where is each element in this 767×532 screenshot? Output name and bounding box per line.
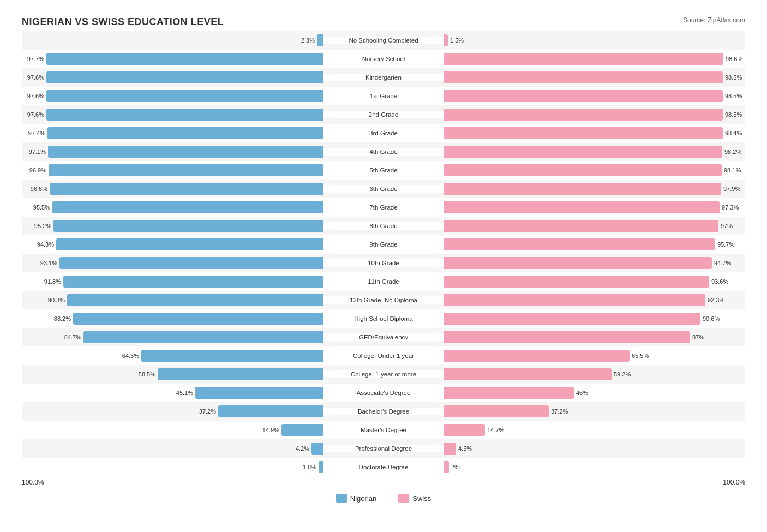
- education-label: 6th Grade: [323, 185, 444, 193]
- nigerian-value: 97.6%: [27, 93, 46, 99]
- swiss-bar: 46%: [444, 387, 574, 399]
- education-label: Kindergarten: [323, 74, 444, 81]
- nigerian-label: Nigerian: [350, 494, 376, 503]
- nigerian-value: 84.7%: [64, 334, 83, 340]
- nigerian-bar: 96.6%: [50, 183, 323, 195]
- right-bar-container: 59.2%: [444, 365, 745, 384]
- nigerian-value: 96.6%: [31, 186, 50, 192]
- nigerian-bar: 93.1%: [59, 257, 323, 269]
- swiss-value: 98.5%: [723, 111, 742, 118]
- swiss-bar: 1.5%: [444, 34, 448, 46]
- table-row: 64.3%College, Under 1 year65.5%: [22, 346, 745, 365]
- legend: Nigerian Swiss: [22, 494, 745, 503]
- table-row: 97.1%4th Grade98.2%: [22, 142, 745, 161]
- education-label: Associate's Degree: [323, 389, 444, 397]
- swiss-bar: 37.2%: [444, 405, 549, 417]
- footer-row: 100.0% 100.0%: [22, 479, 745, 486]
- swiss-value: 2%: [449, 464, 460, 470]
- table-row: 45.1%Associate's Degree46%: [22, 384, 745, 402]
- nigerian-value: 2.3%: [301, 37, 317, 44]
- nigerian-bar: 45.1%: [195, 387, 323, 399]
- table-row: 95.2%8th Grade97%: [22, 217, 745, 235]
- table-row: 88.2%High School Diploma90.6%: [22, 309, 745, 328]
- swiss-swatch: [398, 494, 409, 503]
- swiss-bar: 95.7%: [444, 238, 715, 250]
- left-bar-container: 93.1%: [22, 254, 323, 272]
- table-row: 97.6%2nd Grade98.5%: [22, 105, 745, 124]
- right-bar-container: 97.9%: [444, 180, 745, 198]
- swiss-bar: 90.6%: [444, 313, 700, 325]
- nigerian-bar: 97.6%: [46, 90, 323, 102]
- swiss-value: 46%: [574, 390, 588, 396]
- nigerian-bar: 88.2%: [73, 313, 323, 325]
- right-bar-container: 92.3%: [444, 291, 745, 309]
- left-bar-container: 97.7%: [22, 50, 323, 68]
- swiss-value: 97.9%: [721, 186, 740, 192]
- education-label: Doctorate Degree: [323, 463, 444, 471]
- right-bar-container: 94.7%: [444, 254, 745, 272]
- education-label: 2nd Grade: [323, 111, 444, 118]
- left-bar-container: 97.4%: [22, 124, 323, 142]
- table-row: 84.7%GED/Equivalency87%: [22, 328, 745, 346]
- nigerian-value: 37.2%: [199, 408, 218, 415]
- nigerian-bar: 90.3%: [67, 294, 323, 306]
- education-label: 5th Grade: [323, 166, 444, 174]
- left-bar-container: 97.6%: [22, 68, 323, 87]
- table-row: 97.6%1st Grade98.5%: [22, 87, 745, 105]
- swiss-bar: 4.5%: [444, 443, 456, 455]
- swiss-value: 65.5%: [630, 352, 649, 359]
- table-row: 96.6%6th Grade97.9%: [22, 180, 745, 198]
- swiss-value: 93.6%: [709, 278, 728, 285]
- nigerian-value: 97.4%: [28, 130, 47, 136]
- right-bar-container: 90.6%: [444, 309, 745, 328]
- education-label: 11th Grade: [323, 278, 444, 285]
- right-bar-container: 1.5%: [444, 31, 745, 50]
- main-chart: 2.3%No Schooling Completed1.5%97.7%Nurse…: [22, 31, 745, 476]
- nigerian-bar: 94.3%: [56, 238, 323, 250]
- swiss-value: 37.2%: [549, 408, 568, 415]
- nigerian-value: 4.2%: [296, 445, 311, 452]
- nigerian-value: 97.1%: [29, 148, 48, 155]
- left-bar-container: 97.1%: [22, 142, 323, 161]
- right-bar-container: 4.5%: [444, 439, 745, 458]
- education-label: High School Diploma: [323, 315, 444, 322]
- swiss-value: 87%: [690, 334, 704, 340]
- nigerian-bar: 1.8%: [319, 461, 323, 473]
- swiss-value: 4.5%: [456, 445, 472, 452]
- left-bar-container: 14.9%: [22, 421, 323, 439]
- nigerian-bar: 97.7%: [46, 53, 323, 65]
- swiss-bar: 59.2%: [444, 368, 612, 380]
- education-label: College, 1 year or more: [323, 370, 444, 378]
- left-bar-container: 84.7%: [22, 328, 323, 346]
- nigerian-bar: 14.9%: [281, 424, 323, 436]
- table-row: 14.9%Master's Degree14.7%: [22, 421, 745, 439]
- swiss-bar: 98.2%: [444, 146, 722, 158]
- table-row: 97.7%Nursery School98.6%: [22, 50, 745, 68]
- right-bar-container: 97.3%: [444, 198, 745, 217]
- right-bar-container: 2%: [444, 458, 745, 476]
- left-bar-container: 1.8%: [22, 458, 323, 476]
- right-bar-container: 98.2%: [444, 142, 745, 161]
- left-bar-container: 94.3%: [22, 235, 323, 254]
- footer-left: 100.0%: [22, 479, 44, 486]
- swiss-value: 97.3%: [720, 204, 739, 211]
- swiss-bar: 94.7%: [444, 257, 712, 269]
- table-row: 95.5%7th Grade97.3%: [22, 198, 745, 217]
- right-bar-container: 14.7%: [444, 421, 745, 439]
- left-bar-container: 88.2%: [22, 309, 323, 328]
- table-row: 93.1%10th Grade94.7%: [22, 254, 745, 272]
- left-bar-container: 90.3%: [22, 291, 323, 309]
- swiss-value: 94.7%: [712, 260, 731, 266]
- nigerian-value: 45.1%: [176, 390, 195, 396]
- swiss-value: 59.2%: [612, 371, 631, 378]
- table-row: 96.9%5th Grade98.1%: [22, 161, 745, 180]
- swiss-value: 1.5%: [448, 37, 464, 44]
- swiss-bar: 87%: [444, 331, 690, 343]
- nigerian-bar: 91.8%: [63, 276, 323, 288]
- swiss-value: 95.7%: [715, 241, 734, 248]
- nigerian-bar: 58.5%: [158, 368, 323, 380]
- left-bar-container: 64.3%: [22, 346, 323, 365]
- education-label: GED/Equivalency: [323, 333, 444, 341]
- right-bar-container: 93.6%: [444, 272, 745, 291]
- swiss-bar: 97.3%: [444, 201, 720, 213]
